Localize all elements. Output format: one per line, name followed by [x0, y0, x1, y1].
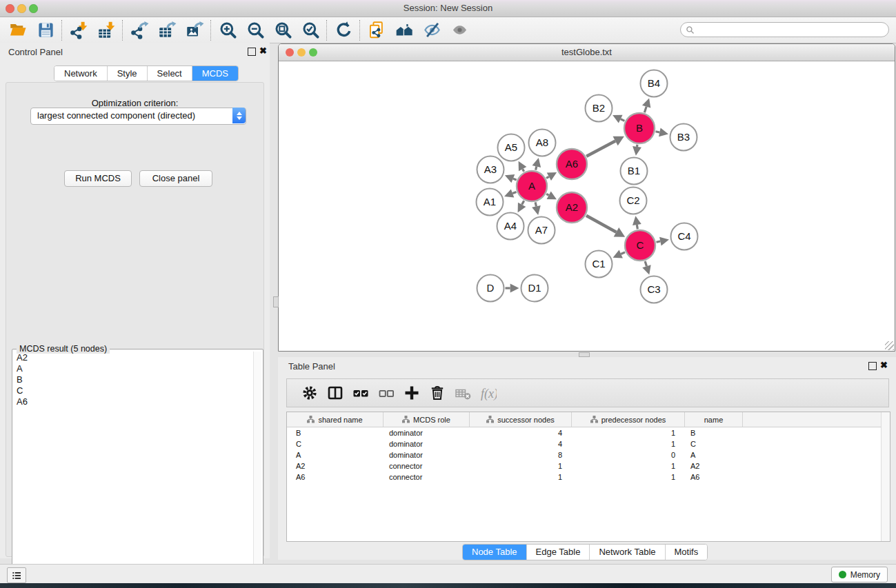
close-view-button[interactable]	[286, 48, 294, 57]
edge-B-B4[interactable]	[644, 107, 646, 113]
cell-predecessor-nodes: 1	[572, 429, 685, 437]
edge-B-B3[interactable]	[656, 132, 660, 132]
table-mode-gear-button[interactable]	[297, 381, 322, 405]
table-row[interactable]: A6connector11A6	[287, 472, 890, 483]
edge-C-C2[interactable]	[637, 225, 637, 229]
show-graphics-details-button[interactable]	[446, 19, 473, 41]
zoom-out-button[interactable]	[241, 19, 269, 41]
mcds-result-item[interactable]: A2	[14, 352, 252, 363]
tab-select[interactable]: Select	[148, 66, 192, 81]
edge-B-B2[interactable]	[621, 119, 625, 121]
node-label-A8: A8	[536, 136, 548, 148]
float-panel-icon[interactable]	[248, 48, 256, 56]
refresh-view-button[interactable]	[330, 19, 357, 41]
table-row[interactable]: Cdominator41C	[287, 438, 890, 449]
import-network-file-button[interactable]	[65, 19, 92, 41]
tab-network-table[interactable]: Network Table	[590, 545, 665, 560]
column-header-name[interactable]: name	[685, 412, 743, 427]
edge-C-C1[interactable]	[621, 252, 625, 254]
minimize-view-button[interactable]	[297, 48, 306, 57]
network-graph: AA1A2A3A4A5A6A7A8BB1B2B3B4CC1C2C3C4DD1	[279, 61, 895, 351]
memory-button[interactable]: Memory	[831, 567, 888, 582]
edge-A-A5[interactable]	[523, 169, 524, 172]
mcds-result-item[interactable]: A6	[14, 396, 252, 407]
zoom-fit-icon	[274, 21, 292, 39]
edge-A-A2[interactable]	[546, 194, 548, 195]
vertical-split-handle[interactable]	[273, 296, 279, 307]
export-network-button[interactable]	[126, 19, 153, 41]
edge-C-C4[interactable]	[657, 241, 661, 242]
float-table-panel-icon[interactable]	[868, 362, 877, 370]
cell-successor-nodes: 1	[470, 473, 572, 481]
tab-edge-table[interactable]: Edge Table	[527, 545, 590, 560]
zoom-selected-button[interactable]	[297, 19, 324, 41]
edge-A-A3[interactable]	[513, 179, 517, 180]
network-canvas[interactable]: AA1A2A3A4A5A6A7A8BB1B2B3B4CC1C2C3C4DD1	[279, 61, 895, 351]
zoom-fit-button[interactable]	[269, 19, 297, 41]
select-all-rows-button[interactable]	[348, 381, 373, 405]
tab-style[interactable]: Style	[108, 66, 148, 81]
show-panels-button[interactable]	[7, 567, 26, 583]
mcds-result-item[interactable]: C	[14, 385, 252, 396]
edge-A-A6[interactable]	[546, 176, 549, 178]
zoom-in-button[interactable]	[214, 19, 241, 41]
node-label-A5: A5	[505, 141, 517, 153]
optimization-criterion-label: Optimization criterion:	[6, 98, 263, 108]
show-graphics-details-icon	[450, 21, 469, 39]
edge-A-A4[interactable]	[522, 201, 524, 205]
table-row[interactable]: Adominator80A	[287, 449, 890, 460]
run-mcds-button[interactable]: Run MCDS	[64, 170, 132, 187]
edge-C-C3[interactable]	[645, 261, 646, 266]
column-header-predecessor-nodes[interactable]: predecessor nodes	[572, 412, 685, 427]
save-session-button[interactable]	[32, 19, 59, 41]
tab-motifs[interactable]: Motifs	[666, 545, 708, 560]
import-table-file-button[interactable]	[92, 19, 120, 41]
close-table-panel-icon[interactable]: ✖	[880, 360, 888, 370]
tab-node-table[interactable]: Node Table	[463, 545, 527, 560]
window-resize-handle[interactable]	[885, 341, 894, 350]
edge-A-A8[interactable]	[536, 166, 537, 170]
hide-graphics-details-button[interactable]	[418, 19, 446, 41]
edge-A-A1[interactable]	[512, 192, 516, 193]
zoom-view-button[interactable]	[309, 48, 317, 57]
minimize-window-button[interactable]	[17, 4, 26, 13]
edge-A2-C[interactable]	[586, 216, 616, 232]
export-table-button[interactable]	[153, 19, 181, 41]
export-image-button[interactable]	[181, 19, 208, 41]
close-panel-icon[interactable]: ✖	[259, 45, 267, 56]
horizontal-split-handle[interactable]	[579, 352, 590, 357]
mcds-result-item[interactable]: B	[14, 374, 252, 385]
edge-A-A7[interactable]	[535, 202, 536, 206]
result-list-scrollbar[interactable]	[253, 352, 261, 585]
create-column-button[interactable]	[399, 381, 424, 405]
network-from-selection-button[interactable]	[363, 19, 390, 41]
table-scrollbar[interactable]	[881, 412, 890, 541]
table-row[interactable]: A2connector11A2	[287, 460, 890, 472]
mcds-result-list[interactable]: A2ABCA6	[14, 352, 252, 585]
search-input[interactable]	[695, 23, 888, 36]
deselect-all-rows-button[interactable]	[373, 381, 399, 405]
control-panel: Control Panel ✖ NetworkStyleSelectMCDS O…	[0, 43, 270, 558]
list-icon	[10, 569, 23, 582]
column-header-shared-name[interactable]: shared name	[287, 412, 384, 427]
delete-columns-button[interactable]	[424, 381, 450, 405]
show-hide-columns-button[interactable]	[322, 381, 348, 405]
create-column-icon	[404, 385, 420, 401]
cell-MCDS-role: dominator	[384, 429, 470, 437]
criterion-dropdown[interactable]: largest connected component (directed)	[30, 108, 246, 125]
table-row[interactable]: Bdominator41B	[287, 427, 890, 438]
mcds-result-item[interactable]: A	[14, 363, 252, 374]
tab-network[interactable]: Network	[54, 66, 108, 81]
edge-A6-B[interactable]	[586, 141, 615, 156]
network-window-titlebar[interactable]: testGlobe.txt	[279, 44, 895, 61]
open-file-button[interactable]	[4, 19, 32, 41]
zoom-window-button[interactable]	[29, 4, 38, 13]
column-header-MCDS-role[interactable]: MCDS role	[384, 412, 470, 427]
cell-shared-name: A6	[287, 473, 384, 481]
tab-mcds[interactable]: MCDS	[192, 66, 238, 81]
cytoscape-home-button[interactable]	[390, 19, 418, 41]
search-field[interactable]	[680, 22, 889, 37]
column-header-successor-nodes[interactable]: successor nodes	[470, 412, 572, 427]
close-panel-button[interactable]: Close panel	[139, 170, 212, 187]
close-window-button[interactable]	[6, 4, 14, 13]
